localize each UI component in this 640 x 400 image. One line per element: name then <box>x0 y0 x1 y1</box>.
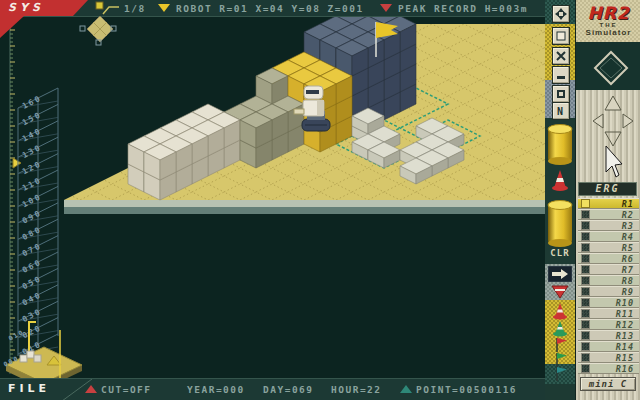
robot-indicator <box>581 364 590 373</box>
robot-label: R2 <box>622 210 634 220</box>
logo-subtitle-simulator: Simulator <box>576 28 640 37</box>
arrow-down-icon[interactable] <box>605 132 621 146</box>
red-flag-icon[interactable] <box>554 337 570 353</box>
robot-label: R8 <box>622 276 634 286</box>
robot-indicator <box>581 298 590 307</box>
close-button[interactable] <box>552 47 570 65</box>
arrow-up-icon[interactable] <box>605 96 621 110</box>
year-readout: YEAR=000 <box>187 384 245 395</box>
robot-label: R6 <box>622 254 634 264</box>
robot-list-item-r16[interactable]: R16 <box>578 363 639 374</box>
robot-label: R3 <box>622 221 634 231</box>
robot-list: R1R2R3R4R5R6R7R8R9R10R11R12R13R14R15R16 <box>578 198 639 374</box>
robot-indicator <box>581 309 590 318</box>
hour-readout: HOUR=22 <box>331 384 382 395</box>
erg-label: ERG <box>595 183 619 194</box>
robot-indicator <box>581 287 590 296</box>
robot-marker-icon <box>158 4 170 12</box>
robot-list-item-r11[interactable]: R11 <box>578 308 639 319</box>
robot-label: R1 <box>622 199 634 209</box>
robot-label: R9 <box>622 287 634 297</box>
sys-button[interactable]: SYS <box>0 0 88 16</box>
robot-indicator <box>581 342 590 351</box>
mini-c-label: mini C <box>589 379 628 389</box>
robot-label: R16 <box>616 364 634 374</box>
page-indicator: 1/8 <box>124 3 146 14</box>
robot-indicator <box>581 232 590 241</box>
robot-indicator <box>581 276 590 285</box>
day-readout: DAY=069 <box>263 384 314 395</box>
red-cone-icon[interactable] <box>552 302 568 322</box>
erg-button[interactable]: ERG <box>578 182 637 196</box>
clr-cylinder-icon[interactable] <box>547 198 573 248</box>
n-button[interactable]: N <box>552 102 570 120</box>
robot-list-item-r8[interactable]: R8 <box>578 275 639 286</box>
robot-label: R14 <box>616 342 634 352</box>
robot-list-item-r3[interactable]: R3 <box>578 220 639 231</box>
clr-label: CLR <box>545 248 575 258</box>
robot-label: R10 <box>616 298 634 308</box>
robot-list-item-r2[interactable]: R2 <box>578 209 639 220</box>
block-beige[interactable] <box>144 144 176 180</box>
minimize-button[interactable] <box>552 66 570 84</box>
robot-indicator <box>581 221 590 230</box>
svg-text:N: N <box>557 106 563 117</box>
logo-title: HR2 <box>576 3 640 23</box>
robot-indicator <box>581 199 590 208</box>
peak-record: PEAK RECORD H=003m <box>398 3 528 14</box>
robot-list-item-r13[interactable]: R13 <box>578 330 639 341</box>
robot-label: R5 <box>622 243 634 253</box>
point-readout: POINT=00500116 <box>416 384 517 395</box>
bottom-status-bar: CUT=OFF YEAR=000 DAY=069 HOUR=22 POINT=0… <box>0 378 545 400</box>
robot-list-item-r9[interactable]: R9 <box>578 286 639 297</box>
robot-status: ROBOT R=01 X=04 Y=08 Z=001 <box>176 3 364 14</box>
arrow-left-icon[interactable] <box>593 114 603 128</box>
file-menu-label[interactable]: FILE <box>8 382 50 395</box>
page-button[interactable] <box>552 27 570 45</box>
navigation-cluster <box>576 42 640 182</box>
game-window: 1601501401301201101000900800700600500400… <box>0 0 640 400</box>
robot-label: R13 <box>616 331 634 341</box>
robot-list-item-r10[interactable]: R10 <box>578 297 639 308</box>
robot-list-item-r12[interactable]: R12 <box>578 319 639 330</box>
robot-indicator <box>581 353 590 362</box>
robot-label: R4 <box>622 232 634 242</box>
robot-indicator <box>581 331 590 340</box>
isometric-scene[interactable]: 1601501401301201101000900800700600500400… <box>0 0 640 400</box>
robot-indicator <box>581 320 590 329</box>
robot-indicator <box>581 254 590 263</box>
robot-list-item-r1[interactable]: R1 <box>578 198 639 209</box>
tool-strip: N CLR <box>545 0 575 400</box>
mini-c-button[interactable]: mini C <box>580 377 636 391</box>
mouse-cursor-icon <box>606 146 622 177</box>
right-panel: HR2 THE Simulator ERG R1R2R3R4R5R6R7R8R9… <box>575 0 640 400</box>
sys-label: SYS <box>8 1 44 14</box>
robot-list-item-r15[interactable]: R15 <box>578 352 639 363</box>
descend-marker-icon[interactable] <box>548 284 572 300</box>
block-olive[interactable] <box>240 112 272 148</box>
robot-list-item-r4[interactable]: R4 <box>578 231 639 242</box>
robot-list-item-r5[interactable]: R5 <box>578 242 639 253</box>
robot-list-item-r7[interactable]: R7 <box>578 264 639 275</box>
energy-cylinder-icon[interactable] <box>547 122 573 166</box>
traffic-cone-icon[interactable] <box>551 168 569 194</box>
robot-list-item-r6[interactable]: R6 <box>578 253 639 264</box>
robot-indicator <box>581 265 590 274</box>
robot-label: R11 <box>616 309 634 319</box>
restore-button[interactable] <box>552 85 570 103</box>
robot-label: R15 <box>616 353 634 363</box>
robot-label: R7 <box>622 265 634 275</box>
robot-indicator <box>581 210 590 219</box>
robot-list-item-r14[interactable]: R14 <box>578 341 639 352</box>
arrow-right-icon[interactable] <box>623 114 633 128</box>
teal-flag-icon[interactable] <box>554 366 570 382</box>
green-cone-icon[interactable] <box>552 320 568 338</box>
peak-marker-icon <box>380 4 392 12</box>
arrow-right-button[interactable] <box>548 266 572 282</box>
robot-indicator <box>581 243 590 252</box>
point-marker-icon <box>400 385 412 393</box>
expand-button[interactable] <box>552 5 570 23</box>
game-logo: HR2 THE Simulator <box>576 0 640 42</box>
robot-label: R12 <box>616 320 634 330</box>
